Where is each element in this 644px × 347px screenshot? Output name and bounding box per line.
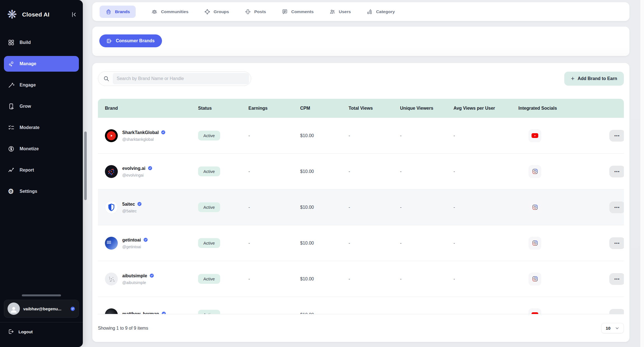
avg-views-cell: - (453, 133, 518, 138)
actions-cell: ••• (586, 309, 624, 315)
verified-badge-icon (70, 306, 75, 311)
search-bar (98, 71, 251, 86)
youtube-icon (528, 308, 541, 315)
status-cell: Active (198, 167, 248, 176)
verified-badge-icon (143, 237, 148, 243)
tab-label: Groups (214, 9, 229, 14)
page-size-select[interactable]: 10 (601, 323, 624, 333)
sidebar-item-label: Grow (20, 104, 31, 109)
cpm-cell: $10.00 (300, 205, 349, 210)
instagram-icon (528, 273, 541, 285)
sidebar-item-grow[interactable]: Grow (4, 99, 79, 114)
sidebar-item-settings[interactable]: ⚙Settings (4, 184, 79, 199)
brand-avatar (105, 201, 118, 214)
brand-cell: matthew_berman (98, 308, 198, 315)
sidebar-item-build[interactable]: Build (4, 35, 79, 50)
cpm-cell: $10.00 (300, 276, 349, 282)
sidebar-header: ❋ Closed AI (0, 0, 83, 24)
user-avatar (8, 303, 20, 315)
brand-name: matthew_berman (122, 311, 159, 314)
column-header: Earnings (248, 106, 300, 111)
comment-icon (282, 9, 288, 15)
row-actions-button[interactable]: ••• (609, 273, 624, 285)
unique-viewers-cell: - (400, 312, 453, 315)
tab-label: Category (376, 9, 395, 14)
column-header: Status (198, 106, 248, 111)
sidebar-scroll-thumb[interactable] (22, 294, 61, 296)
column-header: CPM (300, 106, 349, 111)
brand-name: evolving.ai (122, 166, 145, 171)
total-views-cell: - (349, 312, 400, 315)
sidebar-item-moderate[interactable]: Moderate (4, 120, 79, 135)
brand-avatar (105, 273, 118, 285)
logout-label: Logout (18, 329, 33, 334)
brand-name: 5aitec (122, 202, 135, 207)
logout-button[interactable]: Logout (0, 322, 83, 347)
sidebar-item-report[interactable]: Report (4, 162, 79, 178)
brands-table: BrandStatusEarningsCPMTotal ViewsUnique … (98, 99, 624, 314)
tab-brands[interactable]: Brands (100, 6, 136, 18)
grid-icon (8, 39, 15, 46)
row-actions-button[interactable]: ••• (609, 130, 624, 142)
consumer-brands-button[interactable]: Consumer Brands (99, 34, 162, 47)
row-actions-button[interactable]: ••• (609, 201, 624, 213)
add-brand-button[interactable]: + Add Brand to Earn (564, 72, 624, 86)
page-size-value: 10 (606, 326, 610, 330)
actions-cell: ••• (586, 166, 624, 177)
column-header: Avg Views per User (453, 106, 518, 111)
status-cell: Active (198, 274, 248, 284)
earnings-cell: - (248, 205, 300, 210)
unique-viewers-cell: - (400, 133, 453, 138)
sidebar-item-label: Build (20, 40, 31, 45)
app-title: Closed AI (22, 11, 50, 18)
earnings-cell: - (248, 241, 300, 246)
toolbar: + Add Brand to Earn (98, 63, 624, 86)
total-views-cell: - (349, 133, 400, 138)
sidebar-item-manage[interactable]: Manage (4, 56, 79, 72)
status-cell: Active (198, 202, 248, 212)
brand-cell: evolving.ai@evolvingai (98, 165, 198, 178)
table-row: SharkTankGlobal@sharktankglobalActive-$1… (98, 118, 624, 154)
table-row: aibutsimple@aibutsimpleActive-$10.00---•… (98, 261, 624, 297)
brand-name: SharkTankGlobal (122, 130, 159, 135)
tab-category[interactable]: Category (366, 9, 395, 15)
brand-handle: @sharktankglobal (122, 137, 166, 142)
brand-cell: aibutsimple@aibutsimple (98, 273, 198, 285)
earnings-cell: - (248, 312, 300, 315)
tab-comments[interactable]: Comments (282, 9, 314, 15)
verified-badge-icon (149, 273, 154, 279)
tab-communities[interactable]: Communities (151, 9, 188, 15)
nodes-diamond-icon (204, 9, 210, 15)
shapes-icon (366, 9, 373, 15)
collapse-sidebar-icon[interactable] (70, 11, 77, 18)
status-cell: Active (198, 131, 248, 140)
dollar-circle-icon (8, 146, 15, 152)
total-views-cell: - (349, 205, 400, 210)
column-header: Brand (98, 106, 198, 111)
tab-users[interactable]: Users (329, 9, 351, 15)
wand-icon (8, 82, 15, 88)
row-actions-button[interactable]: ••• (609, 237, 624, 249)
row-actions-button[interactable]: ••• (609, 309, 624, 315)
search-input[interactable] (113, 73, 249, 84)
status-badge: Active (198, 310, 220, 314)
page-scrollbar-thumb[interactable] (84, 132, 87, 200)
avg-views-cell: - (453, 169, 518, 174)
sidebar-item-engage[interactable]: Engage (4, 77, 79, 93)
sidebar-item-label: Moderate (20, 125, 39, 130)
consumer-brands-label: Consumer Brands (116, 38, 155, 43)
tab-posts[interactable]: Posts (245, 9, 266, 15)
sidebar-item-label: Settings (20, 189, 37, 194)
logout-icon (8, 329, 14, 335)
brand-handle: @aibutsimple (122, 280, 154, 285)
user-chip[interactable]: vaibhav@begenu... (4, 300, 79, 318)
sidebar-item-monetize[interactable]: Monetize (4, 141, 79, 157)
row-actions-button[interactable]: ••• (609, 166, 624, 177)
plus-icon: + (571, 76, 575, 82)
column-header: Total Views (349, 106, 400, 111)
cpm-cell: $10.00 (300, 312, 349, 315)
actions-cell: ••• (586, 201, 624, 213)
tab-groups[interactable]: Groups (204, 9, 229, 15)
right-scrollbar-track[interactable] (640, 0, 644, 347)
unique-viewers-cell: - (400, 241, 453, 246)
